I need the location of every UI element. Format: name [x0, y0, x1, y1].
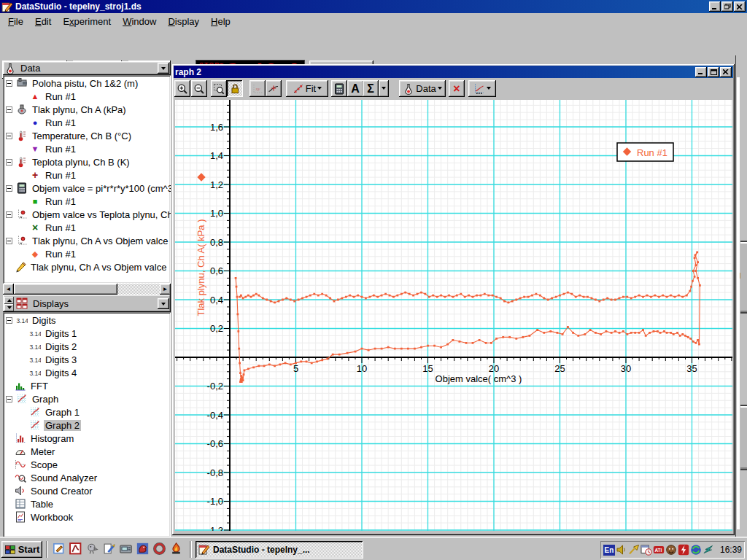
tray-ati-icon[interactable]: ATI: [653, 544, 665, 556]
tree-expander[interactable]: [6, 80, 12, 87]
quicklaunch-notepad-icon[interactable]: [53, 542, 65, 555]
zoom-in-button[interactable]: [174, 80, 190, 97]
scrollbar-thumb[interactable]: [14, 284, 117, 295]
zoom-selection-button[interactable]: [211, 80, 227, 97]
tree-expander[interactable]: [6, 159, 12, 166]
menu-window[interactable]: Window: [117, 14, 162, 29]
legend[interactable]: Run #1: [617, 143, 673, 161]
graph-close-button[interactable]: [720, 67, 732, 77]
tree-expander[interactable]: [6, 238, 12, 244]
scroll-left-button[interactable]: ◄: [3, 284, 14, 295]
displays-panel-dropdown[interactable]: [158, 298, 169, 309]
panel-spin-control[interactable]: [4, 297, 14, 310]
tree-run-item[interactable]: ×Run #1: [3, 221, 171, 234]
quicklaunch-acrobat-icon[interactable]: [69, 542, 82, 555]
tree-item[interactable]: Graph 1: [3, 405, 171, 419]
tree-expander[interactable]: [6, 317, 12, 324]
tree-item[interactable]: Graph: [3, 392, 171, 405]
xy-tool-button[interactable]: xy: [249, 80, 266, 97]
tree-item-label: Table: [29, 499, 55, 510]
menu-edit[interactable]: Edit: [29, 14, 57, 29]
scroll-right-button[interactable]: ►: [160, 284, 171, 295]
start-menu-button[interactable]: Start: [1, 541, 42, 558]
data-panel-dropdown[interactable]: [158, 63, 169, 74]
graph-settings-button[interactable]: [468, 80, 496, 97]
graph-window-titlebar[interactable]: raph 2: [174, 66, 733, 78]
quicklaunch-opera-icon[interactable]: [153, 542, 166, 555]
data-tree-hscrollbar[interactable]: ◄ ►: [3, 284, 171, 295]
menu-display[interactable]: Display: [162, 14, 205, 29]
graph-minimize-button[interactable]: [695, 67, 707, 77]
calculator-button[interactable]: [331, 80, 347, 97]
quicklaunch-dragon-icon[interactable]: [136, 542, 149, 555]
task-button-datastudio[interactable]: DataStudio - tepelny_...: [196, 541, 363, 559]
tree-item[interactable]: 3.14Digits: [3, 314, 171, 327]
tree-item[interactable]: Sound Analyzer: [3, 471, 171, 484]
tree-run-item[interactable]: ■Run #1: [3, 195, 171, 208]
tree-expander[interactable]: [6, 185, 12, 192]
tree-run-item[interactable]: +Run #1: [3, 168, 171, 182]
tree-run-item[interactable]: ▼Run #1: [3, 142, 171, 155]
tree-expander[interactable]: [6, 396, 12, 402]
tree-item[interactable]: Tlak plynu, Ch A vs Objem valce: [3, 234, 171, 247]
tree-item[interactable]: 3.14Digits 2: [3, 340, 171, 353]
tray-devil-icon[interactable]: [665, 544, 677, 556]
delete-button[interactable]: ×: [449, 80, 465, 97]
close-button[interactable]: [734, 1, 746, 12]
minimize-button[interactable]: [709, 1, 721, 12]
tree-expander[interactable]: [6, 211, 12, 218]
tray-flash-icon[interactable]: [678, 544, 689, 556]
tree-item[interactable]: 3.14Digits 1: [3, 327, 171, 340]
tray-speaker-icon[interactable]: [616, 544, 627, 556]
tree-run-item[interactable]: ●Run #1: [3, 116, 171, 129]
tree-item[interactable]: Graph 2: [3, 419, 171, 432]
data-menu-button[interactable]: Data: [399, 80, 446, 97]
tray-broom-icon[interactable]: [628, 544, 640, 556]
tree-item[interactable]: Workbook: [3, 510, 171, 524]
tree-item[interactable]: Table: [3, 497, 171, 510]
scale-to-fit-button[interactable]: [227, 80, 243, 97]
tree-item[interactable]: FFT: [3, 379, 171, 392]
scrollbar-track[interactable]: [117, 284, 160, 295]
tree-item[interactable]: Tlak plynu, Ch A (kPa): [3, 103, 171, 116]
restore-button[interactable]: [721, 1, 733, 12]
tree-item[interactable]: Temperature, Ch B (°C): [3, 129, 171, 142]
tree-run-item[interactable]: ▲Run #1: [3, 90, 171, 103]
data-panel-header[interactable]: Data: [3, 61, 171, 75]
displays-panel-header[interactable]: Displays: [3, 295, 171, 312]
tree-item[interactable]: Sound Creator: [3, 484, 171, 497]
tree-expander[interactable]: [6, 133, 12, 139]
fit-menu-button[interactable]: Fit: [286, 80, 328, 97]
tree-item[interactable]: Poloha pistu, Ch 1&2 (m): [3, 77, 171, 90]
quicklaunch-fire-icon[interactable]: [170, 542, 182, 555]
tree-item[interactable]: Teplota plynu, Ch B (K): [3, 155, 171, 168]
statistics-button[interactable]: Σ: [363, 80, 379, 97]
statistics-dropdown-button[interactable]: [379, 80, 389, 97]
graph-maximize-button[interactable]: [708, 67, 719, 77]
tree-run-item[interactable]: ◆Run #1: [3, 247, 171, 260]
tray-keyboard-layout-en-icon[interactable]: En: [603, 545, 615, 556]
tree-item[interactable]: Objem valce = pi*r*r*y*100 (cm^3): [3, 182, 171, 195]
quicklaunch-bird-icon[interactable]: [86, 542, 98, 555]
tray-sync-icon[interactable]: [690, 544, 702, 556]
tray-network-z-icon[interactable]: [703, 544, 714, 556]
smart-tool-button[interactable]: [266, 80, 282, 97]
graph-plot-area[interactable]: -1,2-1,0-0,8-0,6-0,4-0,20,20,40,60,81,01…: [175, 100, 732, 531]
tray-clock[interactable]: 16:39: [720, 545, 742, 555]
zoom-out-button[interactable]: [191, 80, 207, 97]
quicklaunch-interface-icon[interactable]: [120, 542, 132, 555]
tree-item[interactable]: Objem valce vs Teplota plynu, Ch: [3, 208, 171, 221]
tree-item[interactable]: 3.14Digits 4: [3, 366, 171, 379]
menu-file[interactable]: File: [2, 14, 29, 29]
menu-help[interactable]: Help: [205, 14, 236, 29]
menu-experiment[interactable]: Experiment: [57, 14, 117, 29]
tree-item[interactable]: Tlak plynu, Ch A vs Objem valce: [3, 260, 171, 273]
quicklaunch-paint-document-icon[interactable]: [103, 542, 115, 555]
tree-item[interactable]: Histogram: [3, 432, 171, 445]
tree-item[interactable]: 3.14Digits 3: [3, 353, 171, 366]
tree-item[interactable]: Scope: [3, 458, 171, 471]
tree-expander[interactable]: [6, 106, 12, 113]
tree-item[interactable]: Meter: [3, 445, 171, 458]
tray-scheduler-icon[interactable]: [640, 544, 652, 556]
text-annotation-button[interactable]: A: [347, 80, 363, 97]
